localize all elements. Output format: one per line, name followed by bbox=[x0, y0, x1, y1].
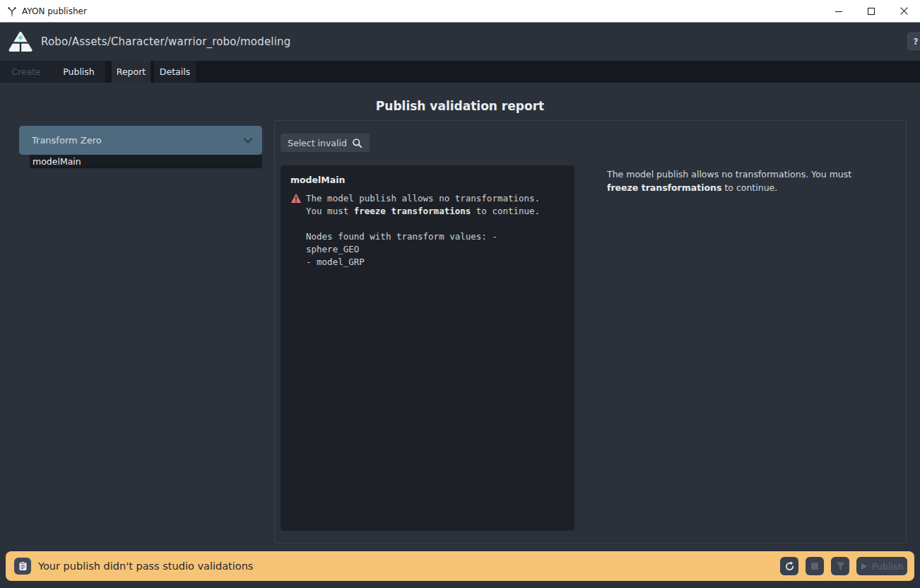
banner-message: Your publish didn't pass studio validati… bbox=[38, 560, 253, 572]
ayon-logo-icon bbox=[8, 31, 33, 52]
instance-name: modelMain bbox=[33, 156, 81, 167]
warning-icon bbox=[290, 193, 302, 204]
app-header: Robo/Assets/Character/warrior_robo/model… bbox=[0, 23, 920, 61]
stop-button[interactable] bbox=[806, 557, 824, 575]
report-details-button[interactable] bbox=[14, 558, 31, 575]
select-invalid-label: Select invalid bbox=[288, 138, 347, 148]
app-icon bbox=[6, 6, 18, 17]
description-bold: freeze transformations bbox=[607, 182, 721, 193]
error-message-row: The model publish allows no transformati… bbox=[290, 192, 565, 269]
description-post: to continue. bbox=[721, 182, 777, 193]
help-button[interactable]: ? bbox=[907, 33, 920, 50]
maximize-button[interactable] bbox=[855, 0, 887, 22]
search-icon bbox=[352, 138, 362, 148]
validator-group-header[interactable]: Transform Zero bbox=[19, 126, 262, 155]
error-line-4: sphere_GEO bbox=[306, 244, 359, 254]
filter-funnel-icon bbox=[836, 562, 845, 571]
error-line-5: - model_GRP bbox=[306, 257, 365, 267]
footer-actions: Publish bbox=[780, 557, 907, 575]
publish-button[interactable]: Publish bbox=[856, 557, 907, 575]
error-card-instance-title: modelMain bbox=[290, 175, 565, 185]
tab-create[interactable]: Create bbox=[0, 61, 52, 83]
validation-result-banner: Your publish didn't pass studio validati… bbox=[6, 551, 914, 581]
page-title: Publish validation report bbox=[0, 99, 920, 113]
instance-list-item[interactable]: modelMain bbox=[30, 155, 262, 168]
chevron-down-icon bbox=[244, 138, 252, 143]
report-container: Select invalid modelMain The model publi… bbox=[274, 120, 907, 543]
refresh-button[interactable] bbox=[780, 557, 798, 575]
publish-button-label: Publish bbox=[872, 561, 904, 572]
validation-error-card: modelMain The model publish allows no tr… bbox=[281, 165, 574, 531]
refresh-icon bbox=[784, 561, 795, 572]
context-breadcrumb: Robo/Assets/Character/warrior_robo/model… bbox=[41, 35, 290, 48]
validator-description: The model publish allows no transformati… bbox=[607, 168, 879, 194]
description-pre: The model publish allows no transformati… bbox=[607, 169, 851, 180]
tab-report[interactable]: Report bbox=[112, 61, 151, 83]
error-message-text: The model publish allows no transformati… bbox=[306, 192, 540, 269]
error-line-2-bold: freeze transformations bbox=[354, 206, 471, 216]
tab-details[interactable]: Details bbox=[154, 61, 196, 83]
window-title: AYON publisher bbox=[22, 6, 87, 16]
clipboard-icon bbox=[18, 561, 28, 571]
close-button[interactable] bbox=[887, 0, 920, 22]
window-controls bbox=[822, 0, 920, 22]
tab-publish[interactable]: Publish bbox=[52, 61, 105, 83]
error-line-2-post: to continue. bbox=[471, 206, 540, 216]
error-line-1: The model publish allows no transformati… bbox=[306, 193, 540, 204]
select-invalid-button[interactable]: Select invalid bbox=[281, 134, 370, 152]
window-titlebar: AYON publisher bbox=[0, 0, 920, 23]
play-icon bbox=[861, 563, 868, 570]
error-line-3: Nodes found with transform values: - bbox=[306, 231, 497, 242]
tab-bar: Create Publish Report Details bbox=[0, 61, 920, 83]
stop-icon bbox=[810, 562, 819, 570]
minimize-button[interactable] bbox=[822, 0, 855, 22]
validator-group-title: Transform Zero bbox=[32, 135, 102, 146]
validate-button[interactable] bbox=[831, 557, 849, 575]
error-line-2-pre: You must bbox=[306, 206, 354, 216]
